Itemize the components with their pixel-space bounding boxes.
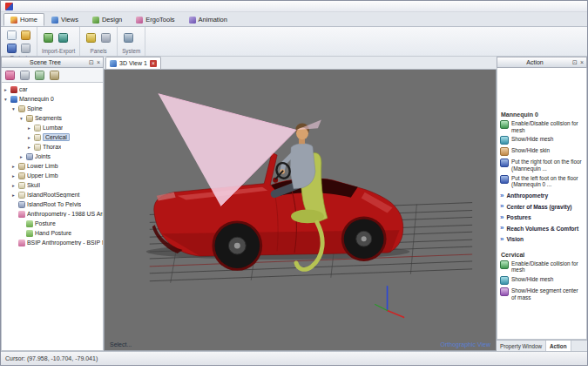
refresh-tool-button[interactable] (33, 69, 46, 81)
tree-item-label: Hand Posture (35, 230, 71, 236)
action-button-right-foot[interactable]: Put the right foot on the floor (Mannequ… (500, 159, 584, 172)
action-button-collision-cervical[interactable]: Enable/Disable collision for mesh (500, 260, 584, 273)
close-icon[interactable]: × (580, 59, 584, 65)
tree-item-upper-limb[interactable]: ▸ Upper Limb (2, 171, 103, 180)
tree-item-label-selected: Cervical (43, 133, 70, 141)
expander-icon[interactable]: ▸ (4, 87, 10, 92)
action-link-reach-volumes[interactable]: » Reach Volumes & Comfort (500, 225, 584, 232)
right-foot-icon (500, 159, 509, 167)
animation-icon (189, 17, 196, 24)
action-link-postures[interactable]: » Postures (500, 214, 584, 221)
tab-animation[interactable]: Animation (182, 13, 234, 26)
tree-item-hand-posture[interactable]: Hand Posture (2, 228, 103, 238)
pin-icon[interactable]: ⊡ (572, 59, 578, 65)
expander-icon[interactable]: ▾ (4, 97, 10, 102)
grid-tool-button[interactable] (18, 69, 31, 81)
3d-scene (105, 70, 496, 350)
expander-icon[interactable]: ▾ (12, 106, 18, 111)
action-link-anthropometry[interactable]: » Anthropometry (500, 192, 584, 199)
open-project-icon (21, 30, 30, 40)
ribbon-group-panels: Panels (80, 27, 118, 56)
app-icon (5, 3, 13, 10)
tab-ergotools[interactable]: ErgoTools (129, 13, 181, 26)
tree-item-lower-limb[interactable]: ▸ Lower Limb (2, 161, 103, 171)
tree-item-thorax[interactable]: ▸ Thorax (2, 142, 103, 152)
tree-item-segments[interactable]: ▾ Segments (2, 113, 103, 123)
export-icon (58, 33, 68, 43)
action-button-show-mesh-cervical[interactable]: Show/Hide mesh (500, 276, 584, 285)
expander-icon[interactable]: ▸ (28, 125, 34, 131)
expander-icon[interactable]: ▸ (12, 173, 18, 179)
view-tab-label: 3D View 1 (119, 60, 147, 66)
expander-icon[interactable]: ▸ (20, 154, 26, 159)
panels-button[interactable] (84, 32, 98, 44)
expander-icon[interactable]: ▸ (12, 183, 18, 188)
tree-item-label: Upper Limb (27, 172, 58, 179)
pin-icon[interactable]: ⊡ (89, 59, 94, 65)
action-link-vision[interactable]: » Vision (500, 236, 584, 243)
close-project-button[interactable] (19, 42, 32, 54)
tree-item-anthropometry[interactable]: Anthropometry - 1988 US Army (2, 209, 103, 219)
tree-item-label: Lumbar (43, 125, 63, 131)
tree-item-skull[interactable]: ▸ Skull (2, 180, 103, 190)
layout-button[interactable] (99, 32, 112, 44)
expander-icon[interactable]: ▸ (12, 192, 18, 198)
action-link-label: Anthropometry (506, 192, 548, 199)
expander-icon[interactable]: ▾ (20, 116, 26, 121)
tree-item-bsip-anthropometry[interactable]: BSIP Anthropometry - BSIP McConville... (2, 238, 103, 247)
bone-icon (34, 125, 41, 132)
views-icon (51, 17, 58, 24)
save-project-button[interactable] (5, 42, 18, 54)
segment-icon (18, 105, 25, 112)
action-list: Mannequin 0 Enable/Disable collision for… (497, 68, 587, 340)
system-button[interactable] (122, 32, 135, 44)
car-icon (10, 86, 17, 93)
action-link-center-of-mass[interactable]: » Center of Mass (gravity) (500, 203, 584, 210)
layout-icon (101, 33, 111, 43)
tab-3d-view-1[interactable]: 3D View 1 × (105, 57, 161, 69)
tree-item-joints[interactable]: ▸ Joints (2, 152, 103, 161)
tree-item-islandroot-to-pelvis[interactable]: IslandRoot To Pelvis (2, 199, 103, 209)
tree-item-car[interactable]: ▸ car (2, 84, 103, 94)
tab-views[interactable]: Views (44, 13, 85, 26)
tree-item-label: IslandRootSegment (27, 192, 80, 198)
export-button[interactable] (57, 32, 70, 44)
tab-property-window[interactable]: Property Window (497, 341, 546, 351)
interaction-mode-label: Select... (110, 341, 132, 348)
mannequin-tool-button[interactable] (3, 69, 17, 81)
tab-action[interactable]: Action (546, 341, 571, 351)
tab-home[interactable]: Home (3, 13, 44, 26)
expander-icon[interactable]: ▸ (28, 145, 34, 150)
close-icon[interactable]: × (97, 59, 100, 65)
tree-item-label: Joints (35, 153, 51, 159)
action-button-segment-com[interactable]: Show/Hide segment center of mass (500, 287, 584, 300)
action-button-collision[interactable]: Enable/Disable collision for mesh (500, 120, 584, 133)
action-button-show-skin[interactable]: Show/Hide skin (500, 147, 584, 156)
tree-item-mannequin-0[interactable]: ▾ Mannequin 0 (2, 94, 103, 104)
tree-item-lumbar[interactable]: ▸ Lumbar (2, 123, 103, 132)
expander-icon[interactable]: ▸ (28, 135, 34, 140)
scene-tree: ▸ car ▾ Mannequin 0 ▾ Spine ▾ Se (1, 83, 104, 351)
scene-tree-toolbar (1, 68, 104, 83)
tab-design[interactable]: Design (85, 13, 129, 26)
action-button-left-foot[interactable]: Put the left foot on the floor (Mannequi… (500, 175, 584, 188)
tree-item-spine[interactable]: ▾ Spine (2, 104, 103, 113)
close-view-icon[interactable]: × (150, 60, 157, 67)
cursor-coordinates: Cursor: (97.958, -10.704, -79.041) (5, 355, 98, 361)
ribbon-group-project: Project (1, 27, 37, 56)
mannequin-tool-icon (5, 71, 15, 80)
open-project-button[interactable] (19, 29, 32, 41)
3d-viewport[interactable]: Select... Orthographic View (104, 70, 497, 351)
tree-item-islandrootsegment[interactable]: ▸ IslandRootSegment (2, 190, 103, 199)
grid-tool-icon (20, 71, 30, 80)
filter-tool-button[interactable] (48, 69, 61, 81)
tab-label: Views (61, 16, 78, 24)
action-button-show-mesh[interactable]: Show/Hide mesh (500, 136, 584, 145)
tree-item-posture[interactable]: Posture (2, 219, 103, 228)
design-icon (92, 17, 99, 24)
tree-item-label: Posture (35, 220, 56, 226)
expander-icon[interactable]: ▸ (12, 164, 18, 169)
new-project-button[interactable] (5, 29, 18, 41)
tree-item-cervical[interactable]: ▸ Cervical (2, 132, 103, 142)
import-button[interactable] (42, 32, 55, 44)
